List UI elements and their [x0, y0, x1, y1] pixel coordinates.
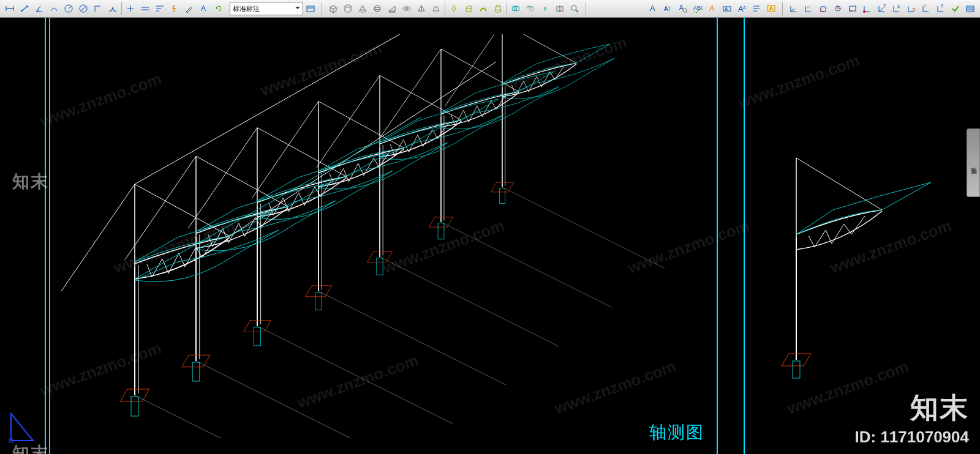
- ucs-apply-button[interactable]: [949, 2, 962, 15]
- svg-point-21: [360, 10, 366, 12]
- svg-text:A: A: [679, 4, 684, 11]
- svg-point-55: [835, 6, 840, 11]
- text-background-button[interactable]: A: [764, 2, 778, 15]
- svg-point-23: [374, 7, 380, 10]
- ucs-z-button[interactable]: Z: [934, 2, 948, 15]
- text-find-button[interactable]: A: [676, 2, 690, 15]
- dim-baseline-button[interactable]: [153, 2, 167, 15]
- svg-text:A: A: [743, 6, 746, 10]
- solid-cone-button[interactable]: [356, 2, 369, 15]
- svg-line-83: [230, 62, 496, 236]
- text-style-button[interactable]: A: [706, 2, 719, 15]
- dim-style-manager-button[interactable]: [304, 2, 317, 15]
- svg-rect-63: [967, 6, 974, 12]
- solid-wedge-button[interactable]: [385, 2, 399, 15]
- svg-point-25: [405, 8, 409, 9]
- svg-text:I: I: [668, 6, 670, 12]
- solid-zoom-button[interactable]: [568, 2, 581, 15]
- dim-center-button[interactable]: [124, 2, 137, 15]
- ucs-view-button[interactable]: [846, 2, 859, 15]
- solid-sphere-button[interactable]: [371, 2, 384, 15]
- solid-sweep-button[interactable]: [477, 2, 490, 15]
- ucs-object-button[interactable]: [831, 2, 845, 15]
- svg-rect-26: [466, 9, 471, 12]
- solid-cylinder-button[interactable]: [341, 2, 355, 15]
- svg-line-9: [80, 6, 86, 11]
- dim-radius-button[interactable]: [62, 2, 75, 15]
- text-single-button[interactable]: A: [647, 2, 660, 15]
- svg-text:3: 3: [897, 4, 900, 9]
- dim-edit-button[interactable]: [183, 2, 196, 15]
- svg-text:A: A: [725, 6, 728, 12]
- svg-line-37: [576, 10, 578, 12]
- text-multi-button[interactable]: AI: [662, 2, 675, 15]
- svg-point-27: [496, 6, 500, 7]
- svg-line-88: [809, 236, 815, 247]
- toolbar-divider: [586, 2, 586, 15]
- solid-pyramid-button[interactable]: [415, 2, 428, 15]
- frame-left: [49, 17, 50, 454]
- ucs-zaxis-button[interactable]: Z: [875, 2, 889, 15]
- svg-text:Z: Z: [883, 4, 886, 8]
- ucs-y-button[interactable]: Y: [919, 2, 933, 15]
- solid-revolve-button[interactable]: [447, 2, 461, 15]
- dim-aligned-button[interactable]: [18, 2, 31, 15]
- view-title: 轴测图: [649, 421, 704, 444]
- svg-point-6: [65, 5, 72, 12]
- svg-rect-56: [850, 6, 856, 11]
- dim-continue-button[interactable]: [138, 2, 152, 15]
- dim-text-edit-button[interactable]: A: [197, 2, 211, 15]
- dim-quick-button[interactable]: [168, 2, 181, 15]
- dim-angular-button[interactable]: [32, 2, 46, 15]
- ucs-previous-button[interactable]: [802, 2, 815, 15]
- dim-ordinate-button[interactable]: [91, 2, 105, 15]
- solid-extrude-button[interactable]: [462, 2, 475, 15]
- frame-right: [717, 17, 718, 454]
- toolbar-group-solids: [323, 0, 584, 17]
- svg-point-8: [80, 5, 87, 12]
- dim-diameter-button[interactable]: [77, 2, 90, 15]
- svg-point-28: [495, 10, 501, 12]
- svg-line-91: [832, 224, 844, 244]
- solid-slice-button[interactable]: [553, 2, 567, 15]
- ucs-x-button[interactable]: X: [905, 2, 918, 15]
- svg-text:ABC: ABC: [693, 5, 703, 11]
- svg-line-7: [69, 6, 72, 9]
- right-palette-collapsed[interactable]: 选项板: [967, 128, 980, 197]
- solid-loft-button[interactable]: [491, 2, 505, 15]
- text-scale-button[interactable]: AA: [735, 2, 748, 15]
- dim-arc-button[interactable]: [47, 2, 61, 15]
- svg-point-33: [529, 6, 534, 11]
- svg-line-5: [26, 5, 29, 7]
- dim-linear-button[interactable]: [3, 2, 17, 15]
- ucs-face-button[interactable]: [816, 2, 830, 15]
- dim-jogged-button[interactable]: [106, 2, 119, 15]
- toolbar-group-dimension: A 标准标注: [0, 0, 320, 17]
- solid-torus-button[interactable]: [400, 2, 413, 15]
- dim-update-button[interactable]: [212, 2, 225, 15]
- svg-point-57: [863, 10, 865, 13]
- main-toolbar: A 标准标注 A: [0, 0, 980, 18]
- ucs-named-button[interactable]: [963, 2, 977, 15]
- svg-rect-95: [793, 361, 800, 378]
- dimension-style-dropdown[interactable]: 标准标注: [230, 2, 303, 15]
- ucs-world-button[interactable]: [787, 2, 801, 15]
- drawing-canvas[interactable]: www.znzmo.com www.znzmo.com www.znzmo.co…: [0, 17, 980, 454]
- ucs-3point-button[interactable]: 3: [890, 2, 903, 15]
- solid-box-button[interactable]: [326, 2, 340, 15]
- text-justify-button[interactable]: [750, 2, 763, 15]
- svg-line-87: [796, 158, 882, 210]
- dimension-style-label: 标准标注: [233, 4, 260, 13]
- solid-intersect-button[interactable]: [538, 2, 552, 15]
- svg-rect-18: [307, 6, 314, 12]
- svg-point-42: [683, 9, 687, 12]
- solid-subtract-button[interactable]: [524, 2, 537, 15]
- text-spell-button[interactable]: ABC: [691, 2, 704, 15]
- ucs-origin-button[interactable]: [861, 2, 874, 15]
- ucs-icon: [7, 406, 44, 443]
- solid-union-button[interactable]: [509, 2, 522, 15]
- svg-text:A: A: [201, 4, 206, 13]
- solid-polysolid-button[interactable]: [429, 2, 443, 15]
- text-field-button[interactable]: A: [720, 2, 734, 15]
- svg-point-36: [571, 6, 576, 10]
